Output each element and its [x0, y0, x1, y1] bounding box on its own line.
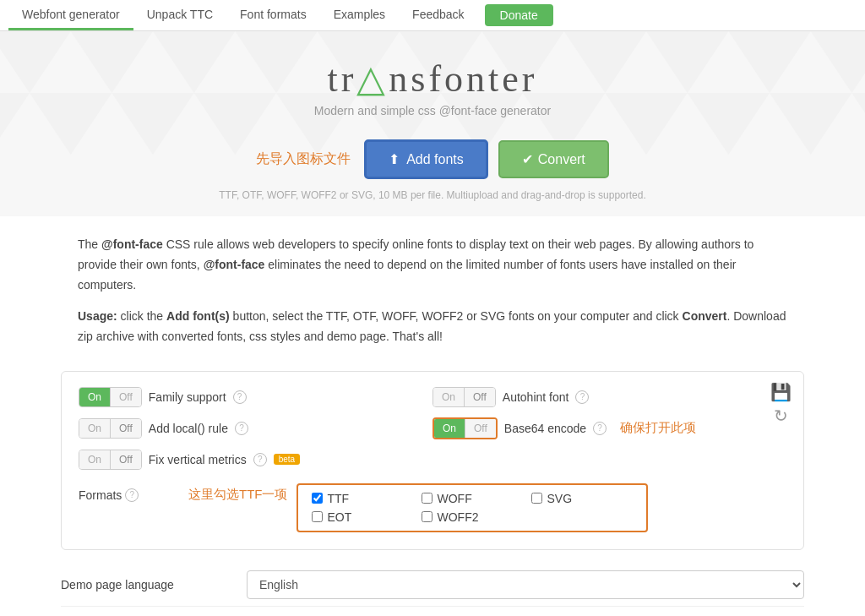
- logo-title: tr△nsfonter: [17, 57, 848, 101]
- refresh-icon-button[interactable]: ↻: [770, 407, 792, 424]
- hero-section: tr△nsfonter Modern and simple css @font-…: [0, 31, 865, 216]
- format-woff2-checkbox[interactable]: [422, 511, 432, 522]
- fix-vertical-off[interactable]: Off: [110, 450, 141, 469]
- nav-item-donate[interactable]: Donate: [485, 4, 553, 26]
- autohint-off[interactable]: Off: [464, 388, 495, 406]
- family-support-label: Family support: [149, 390, 226, 404]
- autohint-on[interactable]: On: [433, 388, 464, 406]
- base64-toggle: On Off: [432, 417, 498, 439]
- nav-item-webfont-generator[interactable]: Webfont generator: [8, 1, 133, 30]
- navbar: Webfont generator Unpack TTC Font format…: [0, 0, 865, 31]
- add-local-off[interactable]: Off: [110, 419, 141, 438]
- base64-on[interactable]: On: [434, 419, 465, 438]
- hero-note: TTF, OTF, WOFF, WOFF2 or SVG, 10 MB per …: [17, 189, 848, 201]
- base64-label: Base64 encode: [504, 422, 586, 435]
- formats-row: Formats ? 这里勾选TTF一项 TTF WOFF SVG EOT WOF…: [79, 483, 786, 532]
- demo-language-input: English: [247, 570, 804, 599]
- format-eot-item[interactable]: EOT: [312, 510, 413, 524]
- format-woff2-item[interactable]: WOFF2: [422, 510, 523, 524]
- fontface-bold1: @font-face: [101, 237, 163, 251]
- fix-vertical-toggle-group: On Off Fix vertical metrics ? beta: [79, 450, 432, 470]
- hero-actions: 先导入图标文件 ⬆ Add fonts ✔ Convert: [17, 139, 848, 179]
- base64-hint: 确保打开此项: [620, 420, 696, 436]
- convert-label: Convert: [538, 152, 585, 167]
- convert-button[interactable]: ✔ Convert: [498, 140, 609, 178]
- format-eot-checkbox[interactable]: [312, 511, 323, 522]
- nav-item-unpack-ttc[interactable]: Unpack TTC: [133, 1, 226, 30]
- formats-help[interactable]: ?: [125, 488, 139, 502]
- description-para1: The @font-face CSS rule allows web devel…: [78, 235, 787, 295]
- formats-hint: 这里勾选TTF一项: [188, 487, 288, 503]
- save-icon-button[interactable]: 💾: [770, 384, 792, 401]
- upload-icon: ⬆: [389, 151, 400, 167]
- add-fonts-label: Add fonts: [406, 152, 464, 167]
- svg-marker-24: [851, 93, 865, 155]
- settings-fields: Demo page language English Subsets All C…: [61, 564, 804, 616]
- settings-panel: 💾 ↻ On Off Family support ? On Off Autoh…: [61, 371, 804, 550]
- format-svg-checkbox[interactable]: [531, 493, 542, 504]
- format-ttf-checkbox[interactable]: [312, 493, 323, 504]
- add-local-on[interactable]: On: [79, 419, 110, 438]
- base64-toggle-group: On Off Base64 encode ? 确保打开此项: [432, 417, 786, 439]
- family-support-on[interactable]: On: [79, 388, 110, 406]
- family-support-toggle: On Off: [79, 387, 142, 407]
- add-local-toggle-group: On Off Add local() rule ?: [79, 418, 432, 439]
- row-addlocal-base64: On Off Add local() rule ? On Off Base64 …: [79, 417, 786, 439]
- demo-language-row: Demo page language English: [61, 564, 804, 607]
- row-fix-vertical: On Off Fix vertical metrics ? beta: [79, 450, 786, 470]
- nav-item-examples[interactable]: Examples: [320, 1, 399, 30]
- family-support-help[interactable]: ?: [233, 390, 247, 404]
- fontface-bold2: @font-face: [204, 258, 265, 271]
- hero-hint-left: 先导入图标文件: [256, 150, 351, 168]
- format-ttf-item[interactable]: TTF: [312, 492, 413, 505]
- nav-item-font-formats[interactable]: Font formats: [226, 1, 320, 30]
- panel-icons: 💾 ↻: [770, 384, 792, 424]
- demo-language-select[interactable]: English: [247, 570, 804, 599]
- add-local-help[interactable]: ?: [235, 422, 248, 435]
- format-woff-checkbox[interactable]: [422, 493, 432, 504]
- formats-label: Formats ?: [79, 483, 188, 502]
- nav-item-feedback[interactable]: Feedback: [399, 1, 477, 30]
- format-woff-item[interactable]: WOFF: [422, 492, 523, 505]
- usage-label: Usage:: [78, 309, 117, 323]
- family-support-off[interactable]: Off: [110, 388, 141, 406]
- description-section: The @font-face CSS rule allows web devel…: [61, 216, 804, 371]
- autohint-help[interactable]: ?: [575, 390, 589, 404]
- hero-subtitle: Modern and simple css @font-face generat…: [17, 104, 848, 117]
- autohint-toggle: On Off: [432, 387, 496, 407]
- base64-off[interactable]: Off: [465, 419, 496, 438]
- fix-vertical-label: Fix vertical metrics: [149, 453, 247, 466]
- description-para2: Usage: click the Add font(s) button, sel…: [78, 307, 787, 347]
- fix-vertical-on[interactable]: On: [79, 450, 110, 469]
- demo-language-label: Demo page language: [61, 578, 247, 591]
- add-fonts-bold: Add font(s): [166, 309, 230, 323]
- formats-box: TTF WOFF SVG EOT WOFF2: [296, 483, 648, 532]
- family-support-toggle-group: On Off Family support ?: [79, 387, 432, 407]
- convert-bold: Convert: [683, 309, 727, 323]
- autohint-toggle-group: On Off Autohint font ?: [432, 387, 786, 407]
- fix-vertical-toggle: On Off: [79, 450, 142, 470]
- add-local-toggle: On Off: [79, 418, 142, 439]
- add-fonts-button[interactable]: ⬆ Add fonts: [364, 139, 488, 179]
- autohint-label: Autohint font: [503, 390, 569, 404]
- check-icon: ✔: [522, 151, 533, 167]
- format-svg-item[interactable]: SVG: [531, 492, 633, 505]
- fix-vertical-help[interactable]: ?: [253, 453, 267, 466]
- beta-badge: beta: [274, 454, 300, 465]
- base64-help[interactable]: ?: [593, 422, 607, 435]
- row-family-autohint: On Off Family support ? On Off Autohint …: [79, 387, 786, 407]
- add-local-label: Add local() rule: [149, 422, 228, 435]
